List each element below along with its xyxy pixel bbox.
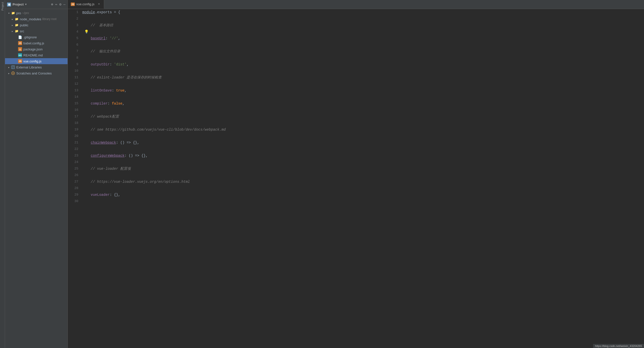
tree-item-external-libs[interactable]: External Libraries [5, 64, 68, 70]
svg-point-5 [13, 73, 14, 74]
comment-19: // see https://github.com/vuejs/vue-cli/… [82, 126, 226, 133]
sidebar-dropdown-arrow[interactable]: ▾ [25, 3, 27, 6]
project-folder-icon: ▦ [7, 3, 11, 7]
external-libraries-icon [11, 65, 15, 69]
tree-item-node-modules[interactable]: 📁 node_modules library root [5, 16, 68, 22]
tree-label-pro-secondary: ~/pro [22, 11, 29, 15]
tree-arrow-src [11, 29, 14, 33]
line-num-30: 30 [68, 198, 78, 205]
code-line-16 [82, 107, 642, 113]
line-num-10: 10 [68, 68, 78, 74]
code-line-12 [82, 81, 642, 87]
line-num-22: 22 [68, 146, 78, 152]
code-line-17: // webpack配置 [82, 113, 642, 120]
comment-25: // vue-loader 配置项 [82, 165, 131, 172]
tree-arrow-pro [7, 11, 11, 15]
code-line-6 [82, 42, 642, 48]
sidebar-title-group[interactable]: ▦ Project ▾ [7, 3, 27, 7]
tree-item-gitignore[interactable]: 📄 .gitignore [5, 34, 68, 40]
code-line-2 [82, 16, 642, 22]
code-line-3: // 基本路径 [82, 22, 642, 29]
tree-label-gitignore: .gitignore [23, 35, 37, 39]
tree-item-pro[interactable]: 📁 pro ~/pro [5, 10, 68, 16]
folder-icon-node-modules: 📁 [15, 17, 19, 21]
tree-item-readme[interactable]: MD README.md [5, 52, 68, 58]
tree-item-package-json[interactable]: {} package.json [5, 46, 68, 52]
line-num-14: 14 [68, 94, 78, 100]
code-line-26 [82, 172, 642, 179]
tree-label-node-modules-secondary: library root [42, 17, 56, 21]
code-editor[interactable]: 1 2 3 4 5 6 7 8 9 10 11 12 13 14 15 16 1… [68, 9, 644, 348]
tab-label-vue-config: vue.config.js [76, 2, 94, 6]
locate-icon[interactable]: ⊕ [51, 2, 53, 7]
tree-item-vue-config[interactable]: JS vue.config.js [5, 58, 68, 64]
line-num-7: 7 [68, 48, 78, 55]
bulb-icon[interactable]: 💡 [84, 29, 89, 35]
tab-vue-config[interactable]: JS vue.config.js × [68, 0, 104, 9]
status-url: https://blog.csdn.net/weixin_43204265 [595, 344, 642, 347]
tree-label-pro: pro [16, 11, 21, 15]
line-num-4: 4 [68, 29, 78, 35]
code-line-18 [82, 120, 642, 126]
line-num-27: 27 [68, 179, 78, 185]
tree-arrow-readme [14, 53, 18, 57]
line-num-18: 18 [68, 120, 78, 126]
comment-27: // https://vue-loader.vuejs.org/en/optio… [82, 179, 190, 185]
code-line-27: // https://vue-loader.vuejs.org/en/optio… [82, 179, 642, 185]
sidebar-title: Project [13, 3, 24, 6]
tree-label-vue-config: vue.config.js [23, 59, 41, 63]
line-num-23: 23 [68, 152, 78, 159]
sidebar-header: ▦ Project ▾ ⊕ ⇔ ⚙ — [5, 0, 68, 9]
line-num-24: 24 [68, 159, 78, 165]
folder-icon-src: 📁 [15, 29, 19, 33]
line-num-29: 29 [68, 192, 78, 198]
line-num-15: 15 [68, 100, 78, 107]
line-numbers: 1 2 3 4 5 6 7 8 9 10 11 12 13 14 15 16 1… [68, 9, 80, 348]
code-line-8 [82, 55, 642, 61]
tab-js-badge: JS [71, 3, 75, 6]
tree-arrow-scratches [7, 71, 11, 75]
code-line-20 [82, 133, 642, 139]
comment-7: // 输出文件目录 [82, 48, 120, 55]
line-num-12: 12 [68, 81, 78, 87]
code-line-4: 💡 [82, 29, 642, 35]
tab-bar: JS vue.config.js × [68, 0, 644, 9]
code-line-24 [82, 159, 642, 165]
comment-3: // 基本路径 [82, 22, 113, 29]
code-line-19: // see https://github.com/vuejs/vue-cli/… [82, 126, 642, 133]
tree-label-babel: babel.config.js [23, 41, 44, 45]
code-line-5: baseUrl: '//', [82, 35, 642, 42]
line-num-1: 1 [68, 9, 78, 16]
file-icon-package-json: {} [18, 47, 22, 51]
hide-panel-icon[interactable]: — [63, 3, 66, 7]
line-num-26: 26 [68, 172, 78, 179]
tree-label-node-modules: node_modules [20, 17, 41, 21]
file-icon-babel: JS [18, 41, 22, 45]
tree-item-src[interactable]: 📁 src [5, 28, 68, 34]
code-content[interactable]: module.exports = { // 基本路径 💡 baseUrl: '/… [80, 9, 644, 348]
line-num-6: 6 [68, 42, 78, 48]
tree-label-package-json: package.json [23, 47, 43, 51]
tree-label-public: public [20, 23, 28, 27]
code-line-25: // vue-loader 配置项 [82, 165, 642, 172]
comment-17: // webpack配置 [82, 113, 119, 120]
code-line-15: compiler: false, [82, 100, 642, 107]
project-tab-strip[interactable]: Project [1, 1, 5, 12]
tree-item-scratches[interactable]: Scratches and Consoles [5, 70, 68, 76]
line-num-13: 13 [68, 87, 78, 94]
tab-close-button[interactable]: × [97, 2, 101, 6]
collapse-all-icon[interactable]: ⇔ [55, 2, 57, 7]
tree-arrow-gitignore [14, 35, 18, 39]
tree-arrow-package-json [14, 47, 18, 51]
tree-arrow-public [11, 23, 14, 27]
sidebar: ▦ Project ▾ ⊕ ⇔ ⚙ — 📁 pro ~/pro 📁 node_m… [5, 0, 68, 348]
line-num-16: 16 [68, 107, 78, 113]
tree-arrow-node-modules [11, 17, 14, 21]
tree-item-babel[interactable]: JS babel.config.js [5, 40, 68, 46]
settings-icon[interactable]: ⚙ [59, 2, 61, 7]
main-editor-area: JS vue.config.js × 1 2 3 4 5 6 7 8 9 10 … [68, 0, 644, 348]
folder-icon-pro: 📁 [11, 11, 15, 15]
tree-item-public[interactable]: 📁 public [5, 22, 68, 28]
line-num-19: 19 [68, 126, 78, 133]
folder-icon-public: 📁 [15, 23, 19, 27]
